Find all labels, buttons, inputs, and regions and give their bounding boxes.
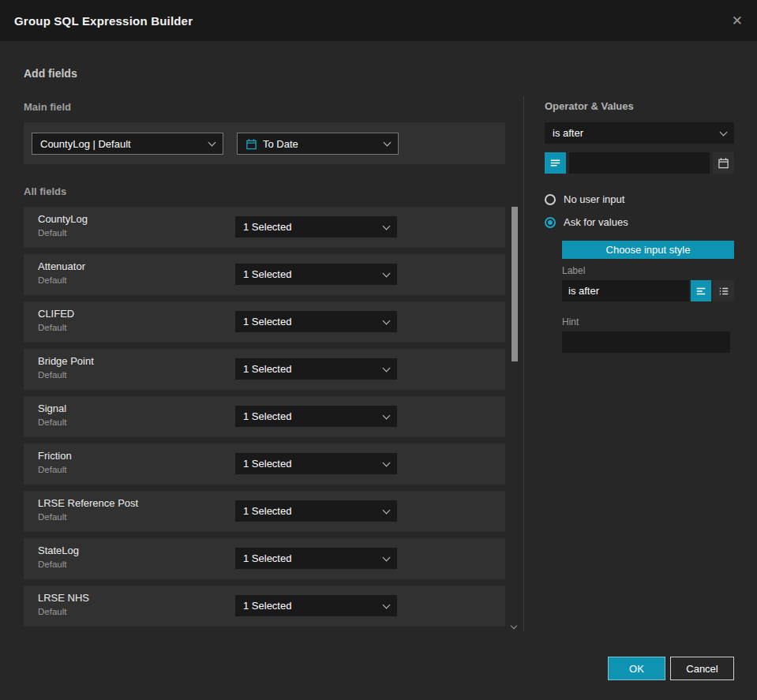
dialog-titlebar: Group SQL Expression Builder ✕: [0, 0, 757, 41]
radio-selected-icon: [545, 217, 556, 228]
field-row: Signal Default 1 Selected: [24, 396, 505, 437]
field-selection-select[interactable]: 1 Selected: [235, 358, 397, 380]
value-input[interactable]: [569, 152, 710, 174]
main-field-select-value: CountyLog | Default: [40, 138, 131, 150]
chevron-down-icon: [383, 506, 391, 514]
field-name: Friction: [38, 450, 72, 462]
field-name: LRSE NHS: [38, 592, 89, 604]
field-subtitle: Default: [38, 465, 66, 474]
field-selection-select[interactable]: 1 Selected: [235, 595, 397, 616]
field-name: Signal: [38, 402, 66, 414]
list-icon: [549, 157, 561, 169]
field-name: CLIFED: [38, 308, 74, 320]
field-subtitle: Default: [38, 370, 66, 380]
chevron-down-icon: [383, 411, 391, 419]
field-selection-select[interactable]: 1 Selected: [235, 264, 397, 285]
list-input-toggle-button[interactable]: [545, 152, 566, 174]
no-user-input-label: No user input: [564, 193, 624, 205]
field-row: CLIFED Default 1 Selected: [24, 301, 505, 343]
field-selection-value: 1 Selected: [243, 268, 291, 280]
list-scrollbar[interactable]: [512, 207, 518, 620]
field-row: CountyLog Default 1 Selected: [24, 207, 505, 248]
calendar-icon: [718, 157, 729, 169]
cancel-button[interactable]: Cancel: [670, 657, 734, 680]
field-selection-select[interactable]: 1 Selected: [235, 500, 397, 522]
main-field-panel: CountyLog | Default To Date: [24, 122, 505, 164]
field-selection-value: 1 Selected: [243, 458, 291, 470]
field-name: CountyLog: [38, 213, 88, 225]
operator-select-value: is after: [553, 127, 583, 139]
no-user-input-radio[interactable]: No user input: [545, 193, 624, 205]
close-icon[interactable]: ✕: [732, 14, 743, 28]
field-row: LRSE NHS Default 1 Selected: [24, 586, 505, 627]
chevron-down-icon: [383, 601, 391, 608]
all-fields-label: All fields: [24, 185, 66, 197]
ask-for-values-radio[interactable]: Ask for values: [545, 216, 628, 228]
field-subtitle: Default: [38, 417, 66, 427]
field-selection-value: 1 Selected: [243, 505, 291, 517]
field-selection-select[interactable]: 1 Selected: [235, 406, 397, 427]
field-name: StateLog: [38, 545, 79, 556]
ask-for-values-label: Ask for values: [564, 216, 628, 228]
field-name: LRSE Reference Post: [38, 497, 138, 509]
field-selection-value: 1 Selected: [243, 363, 291, 375]
field-subtitle: Default: [38, 228, 66, 238]
field-row: Friction Default 1 Selected: [24, 444, 505, 485]
single-line-input-style-button[interactable]: [691, 280, 711, 301]
field-subtitle: Default: [38, 275, 66, 285]
hint-input[interactable]: [562, 331, 730, 353]
scroll-down-icon[interactable]: [510, 623, 519, 631]
label-input[interactable]: [562, 280, 689, 301]
list-input-style-button[interactable]: [713, 280, 734, 301]
field-row: LRSE Reference Post Default 1 Selected: [24, 491, 505, 532]
field-selection-select[interactable]: 1 Selected: [235, 216, 397, 238]
field-selection-value: 1 Selected: [243, 600, 291, 612]
chevron-down-icon: [384, 139, 392, 147]
scrollbar-thumb[interactable]: [512, 207, 518, 361]
field-selection-select[interactable]: 1 Selected: [235, 548, 397, 569]
field-subtitle: Default: [38, 560, 66, 569]
field-row: StateLog Default 1 Selected: [24, 538, 505, 579]
field-selection-value: 1 Selected: [243, 552, 291, 564]
chevron-down-icon: [383, 222, 391, 230]
field-selection-value: 1 Selected: [243, 221, 291, 233]
field-selection-select[interactable]: 1 Selected: [235, 311, 397, 332]
field-row: Attenuator Default 1 Selected: [24, 254, 505, 295]
choose-input-style-button[interactable]: Choose input style: [562, 241, 734, 259]
field-subtitle: Default: [38, 512, 66, 522]
field-row: Bridge Point Default 1 Selected: [24, 349, 505, 390]
main-field-label: Main field: [24, 101, 71, 113]
field-selection-value: 1 Selected: [243, 410, 291, 422]
operator-values-heading: Operator & Values: [545, 100, 634, 112]
add-fields-heading: Add fields: [24, 67, 77, 80]
main-field-select[interactable]: CountyLog | Default: [32, 133, 223, 155]
operator-select[interactable]: is after: [545, 122, 734, 144]
chevron-down-icon: [720, 128, 728, 136]
single-line-input-icon: [695, 286, 706, 297]
radio-unselected-icon: [545, 194, 556, 205]
chevron-down-icon: [383, 459, 391, 466]
date-field-select-value: To Date: [263, 138, 298, 150]
hint-field-label: Hint: [562, 316, 579, 328]
dialog-title: Group SQL Expression Builder: [14, 14, 193, 28]
panel-divider: [523, 96, 524, 631]
field-selection-select[interactable]: 1 Selected: [235, 453, 397, 474]
label-field-label: Label: [562, 265, 585, 276]
field-subtitle: Default: [38, 607, 66, 616]
date-field-select[interactable]: To Date: [237, 133, 399, 155]
date-picker-button[interactable]: [713, 152, 734, 174]
field-subtitle: Default: [38, 323, 66, 332]
chevron-down-icon: [383, 364, 391, 372]
list-input-icon: [718, 286, 729, 297]
chevron-down-icon: [208, 139, 216, 147]
field-name: Bridge Point: [38, 355, 94, 367]
ok-button[interactable]: OK: [608, 657, 665, 680]
chevron-down-icon: [383, 553, 391, 561]
all-fields-list: CountyLog Default 1 Selected Attenuator …: [24, 207, 505, 633]
calendar-icon: [245, 138, 257, 150]
chevron-down-icon: [383, 316, 391, 324]
field-selection-value: 1 Selected: [243, 316, 291, 328]
chevron-down-icon: [383, 269, 391, 277]
field-name: Attenuator: [38, 260, 85, 272]
group-sql-expression-builder-dialog: Group SQL Expression Builder ✕ Add field…: [0, 0, 757, 700]
